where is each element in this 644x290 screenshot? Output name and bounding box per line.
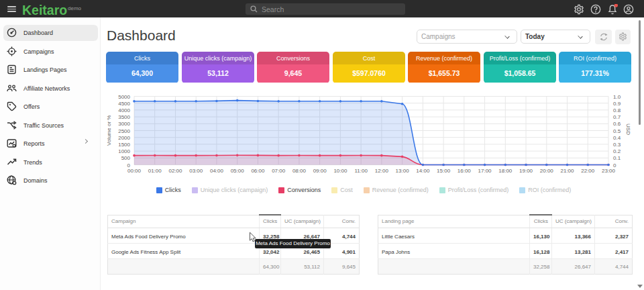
svg-text:15:00: 15:00 [437, 168, 451, 174]
svg-text:20:00: 20:00 [540, 168, 554, 174]
svg-text:04:00: 04:00 [210, 168, 224, 174]
svg-text:0.7: 0.7 [613, 114, 621, 120]
svg-text:14:00: 14:00 [416, 168, 430, 174]
svg-text:USD: USD [625, 124, 631, 135]
svg-text:3500: 3500 [118, 114, 130, 120]
svg-text:0.9: 0.9 [613, 101, 621, 107]
svg-text:18:00: 18:00 [498, 168, 513, 174]
svg-text:2500: 2500 [118, 128, 130, 134]
svg-text:4500: 4500 [118, 101, 130, 107]
svg-text:13:00: 13:00 [396, 168, 410, 174]
svg-text:Volume or %: Volume or % [107, 115, 113, 146]
svg-text:0.4: 0.4 [613, 135, 621, 141]
svg-text:09:00: 09:00 [313, 168, 327, 174]
svg-text:3000: 3000 [118, 121, 130, 127]
svg-text:500: 500 [121, 155, 131, 161]
svg-text:1500: 1500 [118, 142, 130, 148]
svg-text:11:00: 11:00 [354, 168, 368, 174]
svg-text:2000: 2000 [118, 135, 130, 141]
svg-text:4000: 4000 [118, 107, 130, 113]
svg-text:0.1: 0.1 [613, 155, 621, 161]
svg-text:1000: 1000 [118, 148, 130, 154]
svg-text:07:00: 07:00 [272, 168, 286, 174]
svg-text:10:00: 10:00 [333, 168, 347, 174]
svg-text:00:00: 00:00 [127, 168, 142, 174]
svg-text:0.2: 0.2 [613, 148, 621, 154]
svg-text:01:00: 01:00 [148, 168, 162, 174]
svg-text:12:00: 12:00 [375, 168, 389, 174]
svg-text:0.3: 0.3 [613, 142, 621, 148]
svg-text:19:00: 19:00 [519, 168, 533, 174]
svg-text:02:00: 02:00 [168, 168, 182, 174]
svg-text:5000: 5000 [118, 94, 130, 100]
svg-text:0.8: 0.8 [613, 107, 621, 113]
svg-text:06:00: 06:00 [251, 168, 265, 174]
svg-text:0.6: 0.6 [613, 121, 621, 127]
svg-text:05:00: 05:00 [231, 168, 245, 174]
svg-text:17:00: 17:00 [478, 168, 492, 174]
svg-text:08:00: 08:00 [292, 168, 307, 174]
svg-text:22:00: 22:00 [581, 168, 595, 174]
svg-text:0.5: 0.5 [613, 128, 621, 134]
svg-text:16:00: 16:00 [458, 168, 472, 174]
svg-text:21:00: 21:00 [561, 168, 575, 174]
svg-text:03:00: 03:00 [189, 168, 203, 174]
svg-text:23:00: 23:00 [602, 168, 616, 174]
svg-text:1.0: 1.0 [613, 94, 621, 100]
